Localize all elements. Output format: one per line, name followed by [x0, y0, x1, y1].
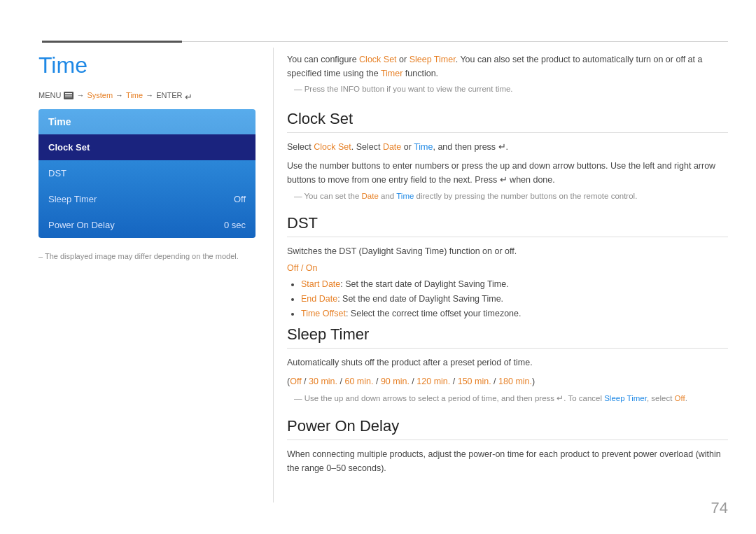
dst-bullet-end-date: End Date: Set the end date of Daylight S…: [301, 292, 728, 307]
menu-icon: [64, 92, 74, 99]
sleep-timer-note: Use the up and down arrows to select a p…: [287, 393, 728, 403]
timer-highlight: Timer: [381, 69, 402, 78]
arrow-2: →: [115, 91, 123, 99]
off-option: Off: [290, 377, 301, 386]
dst-bullet-start-date: Start Date: Set the start date of Daylig…: [301, 277, 728, 292]
30min-option: 30 min.: [309, 377, 337, 386]
date-ref: Date: [383, 142, 401, 152]
150min-option: 150 min.: [458, 377, 491, 386]
sleep-timer-body: Automatically shuts off the product afte…: [287, 356, 728, 370]
section-power-on-delay: Power On Delay When connecting multiple …: [287, 417, 728, 476]
sleep-timer-ref: Sleep Timer: [604, 394, 647, 402]
page-number: 74: [711, 499, 728, 517]
arrow-1: →: [76, 91, 84, 99]
menu-label: MENU: [38, 91, 61, 99]
menu-item-clock-set-label: Clock Set: [48, 142, 90, 153]
time-offset-label: Time Offset: [301, 309, 346, 318]
vertical-divider: [273, 48, 274, 503]
sleep-timer-title: Sleep Timer: [287, 325, 728, 349]
dst-bullet-list: Start Date: Set the start date of Daylig…: [287, 277, 728, 322]
clock-set-note: You can set the Date and Time directly b…: [287, 192, 728, 200]
clock-set-title: Clock Set: [287, 110, 728, 133]
page-title: Time: [38, 52, 255, 78]
dst-title: DST: [287, 214, 728, 237]
clock-set-body-1: Select Clock Set. Select Date or Time, a…: [287, 140, 728, 155]
menu-item-power-on-delay-label: Power On Delay: [48, 220, 115, 230]
power-on-delay-title: Power On Delay: [287, 417, 728, 440]
top-line-dark: [42, 41, 182, 43]
intro-text: You can configure Clock Set or Sleep Tim…: [287, 52, 728, 80]
menu-item-sleep-timer-label: Sleep Timer: [48, 194, 97, 204]
clock-set-highlight: Clock Set: [359, 55, 397, 64]
menu-item-sleep-timer[interactable]: Sleep Timer Off: [38, 186, 255, 212]
menu-item-clock-set[interactable]: Clock Set: [38, 134, 255, 160]
menu-item-power-on-delay-value: 0 sec: [224, 220, 246, 230]
menu-item-sleep-timer-value: Off: [234, 194, 246, 204]
system-label: System: [87, 91, 113, 99]
time-label: Time: [126, 91, 143, 99]
sleep-timer-highlight-intro: Sleep Timer: [410, 55, 456, 64]
start-date-label: Start Date: [301, 279, 340, 289]
off-ref: Off: [675, 394, 685, 402]
180min-option: 180 min.: [498, 377, 532, 386]
date-note-ref: Date: [362, 192, 379, 200]
120min-option: 120 min.: [416, 377, 450, 386]
intro-note: Press the INFO button if you want to vie…: [287, 85, 728, 93]
top-decorative-lines: [0, 41, 756, 43]
menu-path: MENU → System → Time → ENTER: [38, 91, 255, 99]
left-note: – The displayed image may differ dependi…: [38, 252, 255, 260]
end-date-label: End Date: [301, 294, 337, 304]
menu-box: Time Clock Set DST Sleep Timer Off Power…: [38, 109, 255, 238]
menu-item-dst[interactable]: DST: [38, 160, 255, 186]
enter-icon: [185, 92, 195, 99]
top-line-light: [182, 41, 728, 42]
time-ref: Time: [414, 142, 433, 152]
clock-set-body-2: Use the number buttons to enter numbers …: [287, 159, 728, 188]
enter-label: ENTER: [156, 91, 182, 99]
right-panel: You can configure Clock Set or Sleep Tim…: [287, 52, 728, 490]
section-sleep-timer: Sleep Timer Automatically shuts off the …: [287, 325, 728, 402]
section-dst: DST Switches the DST (Daylight Saving Ti…: [287, 214, 728, 321]
section-clock-set: Clock Set Select Clock Set. Select Date …: [287, 110, 728, 200]
dst-body: Switches the DST (Daylight Saving Time) …: [287, 244, 728, 259]
left-panel: Time MENU → System → Time → ENTER Time C…: [38, 52, 255, 260]
dst-status: Off / On: [287, 263, 728, 273]
sleep-timer-options: (Off / 30 min. / 60 min. / 90 min. / 120…: [287, 374, 728, 389]
90min-option: 90 min.: [381, 377, 410, 386]
menu-item-dst-label: DST: [48, 168, 66, 178]
power-on-delay-body: When connecting multiple products, adjus…: [287, 447, 728, 476]
clock-set-ref: Clock Set: [314, 142, 351, 152]
menu-item-power-on-delay[interactable]: Power On Delay 0 sec: [38, 212, 255, 238]
menu-header: Time: [38, 109, 255, 134]
arrow-3: →: [146, 91, 153, 99]
dst-bullet-time-offset: Time Offset: Select the correct time off…: [301, 307, 728, 321]
time-note-ref: Time: [396, 192, 414, 200]
60min-option: 60 min.: [344, 377, 373, 386]
